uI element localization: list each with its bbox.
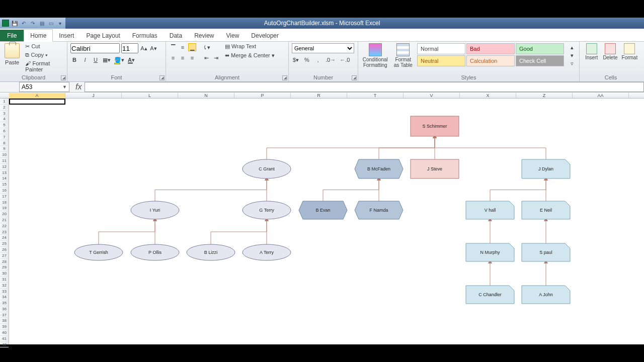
gallery-down-icon[interactable]: ▾	[568, 51, 576, 59]
percent-icon[interactable]: %	[303, 56, 311, 64]
tab-data[interactable]: Data	[164, 30, 188, 41]
row-header[interactable]: 21	[0, 217, 9, 223]
tab-developer[interactable]: Developer	[245, 30, 285, 41]
tab-file[interactable]: File	[0, 30, 24, 41]
font-color-button[interactable]: A▾	[127, 56, 135, 64]
row-header[interactable]: 33	[0, 289, 9, 295]
row-header[interactable]: 38	[0, 318, 9, 324]
col-header[interactable]: Z	[516, 93, 573, 99]
row-header[interactable]: 17	[0, 194, 9, 200]
org-node[interactable]: S Schimmer	[411, 116, 459, 136]
org-node[interactable]: N Murphy	[466, 243, 514, 261]
org-node[interactable]: C Grant	[243, 159, 291, 178]
row-header[interactable]: 3	[0, 111, 9, 117]
cell-styles-gallery[interactable]: Normal Bad Good Neutral Calculation Chec…	[417, 43, 564, 66]
tab-formulas[interactable]: Formulas	[126, 30, 164, 41]
row-header[interactable]: 34	[0, 294, 9, 300]
name-box[interactable]: A53 ▼	[19, 82, 69, 92]
align-left-icon[interactable]: ≡	[169, 54, 177, 62]
underline-button[interactable]: U	[92, 56, 100, 64]
bold-button[interactable]: B	[70, 56, 78, 64]
col-header[interactable]: AA	[573, 93, 629, 99]
org-node[interactable]: P Ollis	[131, 244, 179, 260]
dialog-launcher-icon[interactable]: ◢	[61, 75, 66, 80]
col-header[interactable]: T	[347, 93, 404, 99]
org-node[interactable]: G Terry	[243, 201, 291, 219]
font-family-select[interactable]	[70, 43, 120, 53]
tab-page-layout[interactable]: Page Layout	[80, 30, 126, 41]
row-header[interactable]: 24	[0, 235, 9, 241]
style-calculation[interactable]: Calculation	[466, 55, 515, 66]
row-header[interactable]: 22	[0, 223, 9, 229]
org-node[interactable]: F Namda	[355, 201, 403, 219]
decrease-decimal-icon[interactable]: ←.0	[339, 56, 350, 64]
paste-button[interactable]: Paste	[3, 43, 21, 65]
row-header[interactable]: 29	[0, 264, 9, 270]
decrease-font-icon[interactable]: A▾	[149, 44, 157, 52]
col-header[interactable]: L	[122, 93, 178, 99]
tab-review[interactable]: Review	[188, 30, 220, 41]
align-middle-icon[interactable]: ≡	[179, 43, 187, 51]
org-node[interactable]: J Dylan	[522, 159, 570, 178]
align-top-icon[interactable]: ▔	[169, 43, 177, 51]
italic-button[interactable]: I	[81, 56, 89, 64]
orientation-icon[interactable]: ⤹▾	[202, 43, 211, 51]
row-header[interactable]: 25	[0, 241, 9, 247]
number-format-select[interactable]: General	[292, 43, 354, 53]
conditional-formatting-button[interactable]: Conditional Formatting	[361, 43, 389, 68]
tab-insert[interactable]: Insert	[53, 30, 80, 41]
style-neutral[interactable]: Neutral	[417, 55, 465, 66]
row-header[interactable]: 16	[0, 188, 9, 194]
formula-input[interactable]	[85, 82, 644, 92]
row-header[interactable]: 26	[0, 247, 9, 253]
copy-button[interactable]: ⧉ Copy ▾	[24, 52, 64, 58]
row-header[interactable]: 30	[0, 270, 9, 277]
merge-center-button[interactable]: ⬌ Merge & Center ▾	[224, 52, 276, 59]
row-header[interactable]: 32	[0, 283, 9, 289]
style-check-cell[interactable]: Check Cell	[516, 55, 564, 66]
align-right-icon[interactable]: ≡	[188, 54, 196, 62]
fill-color-button[interactable]: 🪣▾	[114, 56, 125, 64]
row-header[interactable]: 31	[0, 277, 9, 283]
row-header[interactable]: 2	[0, 105, 9, 111]
org-node[interactable]: I Yuri	[131, 201, 179, 219]
row-header[interactable]: 37	[0, 312, 9, 318]
row-header[interactable]: 18	[0, 200, 9, 206]
decrease-indent-icon[interactable]: ⇤	[202, 54, 210, 62]
align-bottom-icon[interactable]: ▁	[188, 43, 196, 51]
row-header[interactable]: 14	[0, 175, 9, 182]
sheet-canvas[interactable]: S SchimmerC GrantB McFadenJ SteveJ Dylan…	[9, 99, 644, 344]
row-header[interactable]: 12	[0, 164, 9, 170]
col-header[interactable]: P	[234, 93, 291, 99]
tab-home[interactable]: Home	[24, 29, 53, 42]
org-node[interactable]: B Lizzi	[187, 244, 235, 260]
align-center-icon[interactable]: ≡	[179, 54, 187, 62]
org-node[interactable]: C Chandler	[466, 286, 514, 304]
row-header[interactable]: 39	[0, 324, 9, 330]
org-node[interactable]: A John	[522, 286, 570, 304]
row-header[interactable]: 27	[0, 253, 9, 259]
org-node[interactable]: E Neil	[522, 201, 570, 219]
font-size-select[interactable]	[121, 43, 138, 53]
worksheet[interactable]: A J L N P R T V X Z AA 12345678910111213…	[0, 93, 644, 344]
dialog-launcher-icon[interactable]: ◢	[159, 75, 165, 80]
row-header[interactable]: 19	[0, 205, 9, 211]
row-header[interactable]: 36	[0, 306, 9, 312]
row-header[interactable]: 20	[0, 211, 9, 217]
gallery-up-icon[interactable]: ▴	[568, 43, 576, 51]
col-header[interactable]: A	[9, 93, 65, 99]
fx-icon[interactable]: fx	[72, 82, 85, 92]
increase-font-icon[interactable]: A▴	[140, 44, 148, 52]
row-header[interactable]: 10	[0, 152, 9, 158]
gallery-more-icon[interactable]: ▿	[568, 59, 576, 67]
row-header[interactable]: 7	[0, 134, 9, 140]
style-good[interactable]: Good	[516, 43, 564, 54]
dialog-launcher-icon[interactable]: ◢	[352, 75, 357, 80]
row-header[interactable]: 23	[0, 229, 9, 235]
style-bad[interactable]: Bad	[466, 43, 515, 54]
org-node[interactable]: T Gerrish	[74, 244, 123, 260]
org-node[interactable]: B Evan	[299, 201, 347, 219]
format-cells-button[interactable]: Format	[620, 43, 639, 60]
org-node[interactable]: S paul	[522, 243, 570, 261]
row-header[interactable]: 42	[0, 342, 9, 348]
